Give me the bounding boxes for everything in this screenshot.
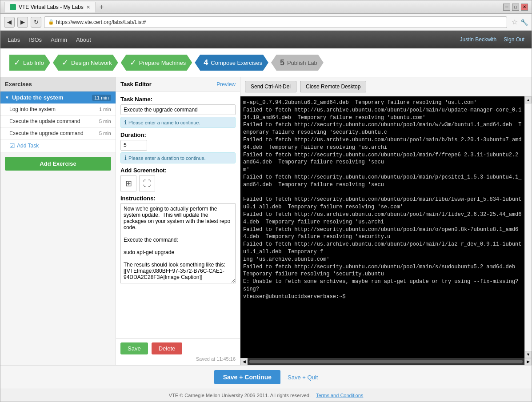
screenshot-buttons: ⊞ ⛶ bbox=[120, 175, 236, 191]
screenshot-capture-button[interactable]: ⊞ bbox=[120, 175, 136, 191]
app-header: Labs ISOs Admin About Justin Beckwith Si… bbox=[0, 31, 532, 48]
info-icon-1: ℹ bbox=[124, 119, 127, 126]
nav-bar: ◀ ▶ ↻ 🔒 https://www.vte.cert.org/labs/La… bbox=[0, 14, 532, 31]
step4-num: 4 bbox=[204, 58, 208, 68]
app-content: Labs ISOs Admin About Justin Beckwith Si… bbox=[0, 31, 532, 402]
step1-label: Lab Info bbox=[23, 60, 44, 66]
page-footer: VTE © Carnegie Mellon University 2006-20… bbox=[0, 389, 532, 402]
task-editor-header: Task Editor Preview bbox=[116, 77, 240, 92]
reload-button[interactable]: ↻ bbox=[31, 17, 41, 28]
sidebar: Exercises ▼ Update the system 11 min Log… bbox=[0, 77, 116, 365]
step1-shape: ✓ Lab Info bbox=[9, 54, 50, 72]
step-design-network[interactable]: ✓ Design Network bbox=[53, 55, 118, 71]
task-item-2[interactable]: Execute the update command 5 min bbox=[0, 115, 116, 127]
task-name-input[interactable] bbox=[120, 104, 236, 115]
task-duration-3: 5 min bbox=[99, 131, 111, 136]
step2-check-icon: ✓ bbox=[62, 58, 68, 68]
bookmark-icon[interactable]: ☆ bbox=[512, 18, 518, 26]
bottom-bar: Save + Continue Save + Quit bbox=[0, 365, 532, 389]
scroll-right-button[interactable]: ▶ bbox=[524, 358, 532, 365]
new-tab-button[interactable]: + bbox=[96, 2, 107, 12]
main-layout: Exercises ▼ Update the system 11 min Log… bbox=[0, 77, 532, 365]
task-editor-footer: Save Delete Saved at 11:45:16 bbox=[116, 338, 240, 365]
nav-about[interactable]: About bbox=[76, 36, 91, 43]
task-name-1: Log into the system bbox=[9, 106, 99, 112]
exercise-item[interactable]: ▼ Update the system 11 min bbox=[0, 92, 116, 103]
step3-check-icon: ✓ bbox=[130, 58, 136, 68]
step5-label: Publish Lab bbox=[287, 60, 317, 66]
exercise-title: Update the system bbox=[12, 94, 92, 101]
duration-hint: ℹ Please enter a duration to continue. bbox=[120, 152, 236, 163]
app-nav: Labs ISOs Admin About bbox=[8, 36, 91, 43]
terminal-content[interactable]: m-apt_0.7.94.2ubuntu6.2_amd64.deb Tempor… bbox=[240, 96, 524, 358]
add-task-label: Add Task bbox=[17, 143, 39, 149]
user-name-link[interactable]: Justin Beckwith bbox=[460, 36, 497, 43]
window-controls: ─ □ ✕ bbox=[503, 4, 528, 11]
footer-buttons: Save Delete bbox=[120, 342, 236, 354]
tab-close-icon[interactable]: ✕ bbox=[86, 4, 90, 10]
step3-label: Prepare Machines bbox=[139, 60, 186, 66]
exercise-duration: 11 min bbox=[92, 95, 111, 101]
save-quit-button[interactable]: Save + Quit bbox=[288, 374, 318, 381]
save-continue-button[interactable]: Save + Continue bbox=[214, 370, 280, 384]
terminal-scrollbar-horizontal[interactable]: ◀ ▶ bbox=[240, 358, 532, 365]
add-exercise-button[interactable]: Add Exercise bbox=[5, 157, 111, 171]
remote-toolbar: Send Ctrl-Alt-Del Close Remote Desktop bbox=[240, 77, 532, 96]
screenshot-fullscreen-button[interactable]: ⛶ bbox=[139, 175, 155, 191]
scroll-thumb-horizontal[interactable] bbox=[249, 360, 523, 363]
step4-label: Compose Exercises bbox=[211, 60, 262, 66]
task-name-2: Execute the update command bbox=[9, 118, 99, 124]
task-item-3[interactable]: Execute the upgrade command 5 min bbox=[0, 127, 116, 139]
step5-num: 5 bbox=[280, 58, 284, 68]
task-editor-body: Task Name: ℹ Please enter a name to cont… bbox=[116, 92, 240, 338]
step2-label: Design Network bbox=[71, 60, 112, 66]
instructions-textarea[interactable]: Now we're going to actually perform the … bbox=[120, 203, 236, 283]
remote-desktop: Send Ctrl-Alt-Del Close Remote Desktop m… bbox=[240, 77, 532, 365]
scroll-track bbox=[525, 103, 532, 351]
footer-copyright: VTE © Carnegie Mellon University 2006-20… bbox=[169, 393, 311, 398]
browser-tab[interactable]: VTE Virtual Labs - My Labs ✕ bbox=[4, 2, 96, 12]
url-display: https://www.vte.cert.org/labs/Lab/List# bbox=[56, 19, 146, 25]
add-task[interactable]: ☑ Add Task bbox=[0, 139, 116, 152]
close-button[interactable]: ✕ bbox=[521, 4, 528, 11]
back-button[interactable]: ◀ bbox=[4, 17, 15, 28]
title-bar: VTE Virtual Labs - My Labs ✕ + ─ □ ✕ bbox=[0, 0, 532, 14]
terms-link[interactable]: Terms and Conditions bbox=[316, 393, 363, 398]
ctrl-alt-del-button[interactable]: Send Ctrl-Alt-Del bbox=[245, 81, 296, 92]
scroll-down-button[interactable]: ▼ bbox=[525, 351, 532, 358]
scroll-up-button[interactable]: ▲ bbox=[525, 96, 532, 103]
duration-input[interactable] bbox=[120, 140, 147, 151]
close-remote-button[interactable]: Close Remote Desktop bbox=[300, 81, 366, 92]
info-icon-2: ℹ bbox=[124, 155, 127, 161]
terminal-container: m-apt_0.7.94.2ubuntu6.2_amd64.deb Tempor… bbox=[240, 96, 532, 358]
step-compose-exercises[interactable]: 4 Compose Exercises bbox=[195, 55, 268, 71]
sign-out-link[interactable]: Sign Out bbox=[504, 36, 524, 43]
step-prepare-machines[interactable]: ✓ Prepare Machines bbox=[121, 55, 192, 71]
terminal-area: m-apt_0.7.94.2ubuntu6.2_amd64.deb Tempor… bbox=[240, 96, 524, 358]
nav-admin[interactable]: Admin bbox=[51, 36, 67, 43]
task-item-1[interactable]: Log into the system 1 min bbox=[0, 103, 116, 115]
task-editor-title: Task Editor bbox=[120, 81, 152, 88]
forward-button[interactable]: ▶ bbox=[17, 17, 28, 28]
task-name-3: Execute the upgrade command bbox=[9, 130, 99, 136]
security-icon: 🔒 bbox=[48, 19, 54, 25]
duration-label: Duration: bbox=[120, 131, 236, 138]
nav-labs[interactable]: Labs bbox=[8, 36, 20, 43]
terminal-scrollbar-vertical[interactable]: ▲ ▼ bbox=[524, 96, 532, 358]
nav-isos[interactable]: ISOs bbox=[29, 36, 42, 43]
delete-button[interactable]: Delete bbox=[152, 342, 183, 354]
sidebar-header: Exercises bbox=[0, 77, 116, 92]
minimize-button[interactable]: ─ bbox=[503, 4, 510, 11]
address-bar[interactable]: 🔒 https://www.vte.cert.org/labs/Lab/List… bbox=[44, 16, 507, 28]
maximize-button[interactable]: □ bbox=[512, 4, 519, 11]
duration-hint-text: Please enter a duration to continue. bbox=[128, 155, 206, 161]
settings-icon[interactable]: 🔧 bbox=[520, 19, 528, 26]
preview-link[interactable]: Preview bbox=[216, 81, 236, 88]
task-name-hint: ℹ Please enter a name to continue. bbox=[120, 117, 236, 128]
task-name-hint-text: Please enter a name to continue. bbox=[128, 120, 200, 125]
save-button[interactable]: Save bbox=[120, 342, 148, 354]
scroll-left-button[interactable]: ◀ bbox=[240, 358, 248, 365]
step-publish-lab[interactable]: 5 Publish Lab bbox=[271, 55, 324, 71]
task-duration-2: 5 min bbox=[99, 119, 111, 124]
step-lab-info[interactable]: ✓ Lab Info bbox=[9, 54, 50, 72]
